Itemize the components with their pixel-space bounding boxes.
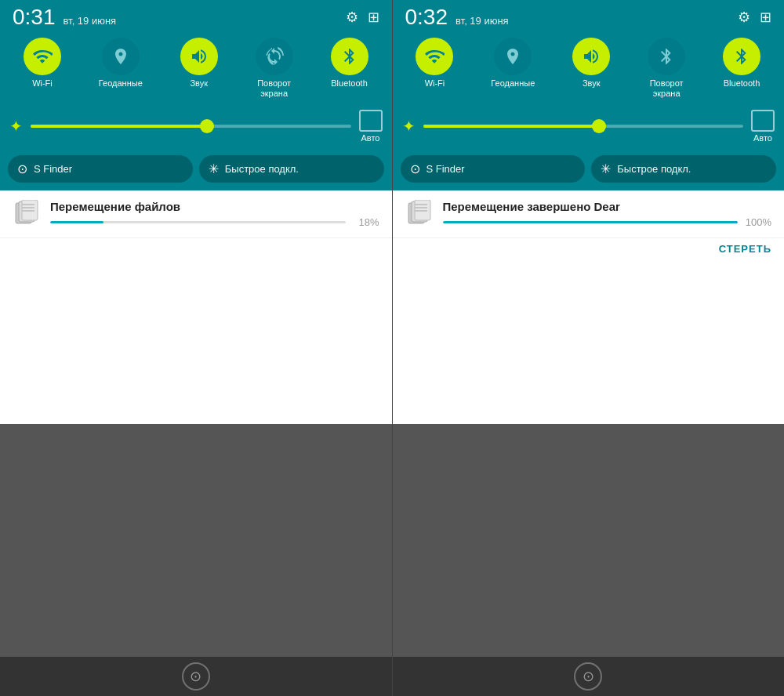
brightness-icon-right: ✦ <box>402 117 416 136</box>
notif-action-right[interactable]: СТЕРЕТЬ <box>393 238 785 261</box>
quick-connect-label-left: Быстрое подкл. <box>225 163 299 175</box>
settings-icon-left[interactable]: ⚙ <box>346 9 358 26</box>
toggle-bluetooth-label-left: Bluetooth <box>331 78 367 89</box>
toggle-rotate-label-left: Поворот экрана <box>257 78 291 99</box>
bottom-home-icon-right[interactable]: ⊙ <box>574 662 602 691</box>
notif-title-right: Перемещение завершено Dear <box>443 200 772 213</box>
s-finder-icon-right: ⊙ <box>410 161 420 176</box>
notif-file-icon-right <box>405 200 434 228</box>
toggle-sound-right[interactable]: Звук <box>572 38 610 99</box>
toggle-sound-label-right: Звук <box>583 78 601 89</box>
toggle-wifi-right[interactable]: Wi-Fi <box>416 38 453 99</box>
s-finder-btn-right[interactable]: ⊙ S Finder <box>401 155 586 183</box>
quick-toggles-right: Wi-Fi Геоданные Звук Поворот экрана Blue… <box>393 33 785 105</box>
dark-area-right <box>393 424 785 657</box>
date-left: вт, 19 июня <box>64 15 117 27</box>
progress-fill-left <box>50 221 103 223</box>
bottom-bar-left: ⊙ <box>0 657 392 696</box>
auto-label-left: Авто <box>361 133 380 143</box>
brightness-icon-left: ✦ <box>9 117 23 136</box>
toggle-sound-label-left: Звук <box>190 78 208 89</box>
quick-connect-btn-left[interactable]: ✳ Быстрое подкл. <box>199 155 384 183</box>
quick-connect-icon-right: ✳ <box>601 161 611 176</box>
brightness-slider-left[interactable] <box>31 125 351 128</box>
svg-rect-2 <box>22 200 38 220</box>
auto-checkbox-right[interactable] <box>751 110 775 132</box>
toggle-geo-left[interactable]: Геоданные <box>99 38 143 99</box>
settings-icon-right[interactable]: ⚙ <box>738 9 750 26</box>
brightness-slider-right[interactable] <box>423 125 744 128</box>
progress-fill-right <box>443 221 739 223</box>
auto-label-right: Авто <box>753 133 772 143</box>
time-left: 0:31 <box>13 6 56 28</box>
status-bar-right: 0:32 вт, 19 июня ⚙ ⊞ <box>393 0 785 33</box>
toggle-geo-label-left: Геоданные <box>99 78 143 89</box>
dark-area-left <box>0 424 392 657</box>
date-right: вт, 19 июня <box>456 15 509 27</box>
notif-file-icon-left <box>13 200 41 228</box>
toggle-wifi-label-left: Wi-Fi <box>32 78 53 89</box>
toggle-rotate-left[interactable]: Поворот экрана <box>256 38 293 99</box>
toggle-rotate-label-right: Поворот экрана <box>650 78 684 99</box>
toggle-wifi-left[interactable]: Wi-Fi <box>24 38 61 99</box>
toggle-geo-label-right: Геоданные <box>491 78 535 89</box>
s-finder-icon-left: ⊙ <box>17 161 27 176</box>
toggle-sound-left[interactable]: Звук <box>180 38 218 99</box>
auto-checkbox-left[interactable] <box>359 110 383 132</box>
notification-card-left[interactable]: Перемещение файлов 18% <box>0 190 392 238</box>
finder-row-right: ⊙ S Finder ✳ Быстрое подкл. <box>393 150 785 190</box>
brightness-row-right: ✦ Авто <box>393 105 785 150</box>
s-finder-btn-left[interactable]: ⊙ S Finder <box>8 155 193 183</box>
phone-panel-right: 0:32 вт, 19 июня ⚙ ⊞ Wi-Fi Геоданные Зву… <box>393 0 785 696</box>
toggle-bluetooth-left[interactable]: Bluetooth <box>331 38 368 99</box>
time-right: 0:32 <box>405 6 448 28</box>
toggle-bluetooth-right[interactable]: Bluetooth <box>723 38 760 99</box>
quick-toggles-left: Wi-Fi Геоданные Звук Поворот экрана <box>0 33 392 105</box>
bottom-home-icon-left[interactable]: ⊙ <box>182 662 210 691</box>
progress-pct-right: 100% <box>744 216 771 228</box>
notification-card-right[interactable]: Перемещение завершено Dear 100% <box>393 190 785 238</box>
progress-pct-left: 18% <box>352 216 379 228</box>
brightness-row-left: ✦ Авто <box>0 105 392 150</box>
grid-icon-right[interactable]: ⊞ <box>760 9 771 26</box>
phone-panel-left: 0:31 вт, 19 июня ⚙ ⊞ Wi-Fi Геоданные <box>0 0 392 696</box>
status-bar-left: 0:31 вт, 19 июня ⚙ ⊞ <box>0 0 392 33</box>
svg-rect-5 <box>415 200 430 220</box>
progress-bar-left <box>50 221 346 223</box>
toggle-bluetooth-label-right: Bluetooth <box>724 78 760 89</box>
quick-connect-icon-left: ✳ <box>209 161 219 176</box>
toggle-rotate-right[interactable]: Поворот экрана <box>648 38 685 99</box>
toggle-geo-right[interactable]: Геоданные <box>491 38 535 99</box>
bottom-bar-right: ⊙ <box>393 657 785 696</box>
grid-icon-left[interactable]: ⊞ <box>368 9 379 26</box>
progress-bar-right <box>443 221 739 223</box>
quick-connect-label-right: Быстрое подкл. <box>617 163 691 175</box>
s-finder-label-right: S Finder <box>426 163 465 175</box>
finder-row-left: ⊙ S Finder ✳ Быстрое подкл. <box>0 150 392 190</box>
s-finder-label-left: S Finder <box>34 163 72 175</box>
toggle-wifi-label-right: Wi-Fi <box>425 78 445 89</box>
notification-area-right: Перемещение завершено Dear 100% СТЕРЕТЬ <box>393 190 785 423</box>
notification-area-left: Перемещение файлов 18% <box>0 190 392 423</box>
quick-connect-btn-right[interactable]: ✳ Быстрое подкл. <box>591 155 776 183</box>
notif-title-left: Перемещение файлов <box>50 200 379 213</box>
